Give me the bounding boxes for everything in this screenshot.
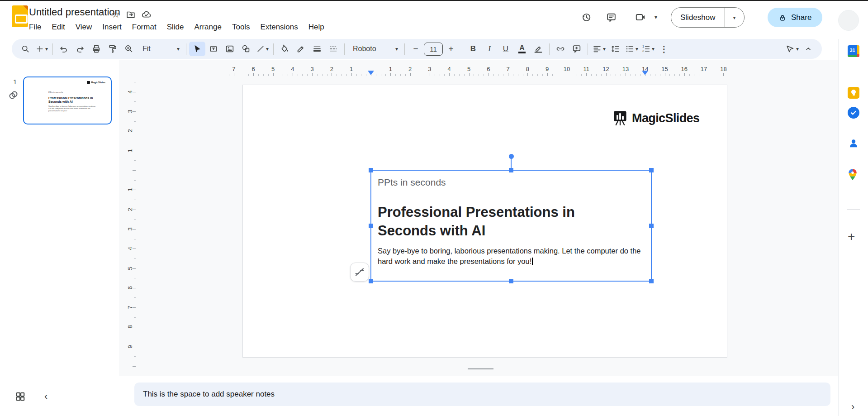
hide-side-panel-chevron[interactable]: ›	[851, 401, 854, 413]
selected-text-box[interactable]: PPts in seconds Professional Presentatio…	[370, 170, 652, 282]
slideshow-split-button: Slideshow ▾	[671, 7, 745, 28]
text-box-tool[interactable]	[205, 42, 222, 56]
border-weight-tool[interactable]	[309, 42, 325, 56]
bold-button[interactable]: B	[465, 42, 481, 56]
text-cursor	[532, 258, 533, 265]
more-options-button[interactable]: ⋮	[656, 42, 672, 56]
account-avatar[interactable]	[838, 10, 859, 31]
google-contacts-icon[interactable]	[848, 138, 859, 149]
slide-thumbnail[interactable]: MagicSlides PPts in seconds Professional…	[23, 77, 112, 124]
insert-link-button[interactable]	[552, 42, 569, 56]
camera-dropdown-caret[interactable]: ▾	[650, 9, 661, 25]
google-maps-icon[interactable]	[848, 168, 859, 180]
numbered-list-button[interactable]: 12 ▾	[640, 42, 656, 56]
slide-heading-text[interactable]: Professional Presentations in Seconds wi…	[378, 203, 622, 240]
grid-view-icon[interactable]	[14, 390, 27, 403]
slide-filmstrip: 1 MagicSlides PPts in seconds Profession…	[0, 60, 119, 376]
pen-tools-button[interactable]: ▾	[784, 42, 800, 56]
italic-button[interactable]: I	[481, 42, 498, 56]
right-indent-marker[interactable]	[642, 71, 648, 75]
left-indent-marker[interactable]	[368, 71, 374, 75]
share-button[interactable]: Share	[768, 8, 822, 27]
zoom-select[interactable]: Fit ▾	[137, 42, 183, 56]
comments-icon[interactable]	[603, 9, 619, 25]
svg-text:2: 2	[642, 49, 644, 53]
insert-image-tool[interactable]	[222, 42, 238, 56]
new-slide-button[interactable]: ▾	[33, 42, 50, 56]
side-panel-rail: 31 + ›	[838, 39, 868, 416]
insert-shape-tool[interactable]	[238, 42, 254, 56]
slideshow-button[interactable]: Slideshow	[671, 8, 725, 27]
cloud-saved-icon[interactable]	[141, 9, 152, 19]
font-size-input[interactable]: 11	[424, 42, 443, 56]
slide-body-text[interactable]: Say bye-bye to boring, laborious present…	[378, 246, 645, 267]
slides-logo[interactable]	[12, 5, 28, 27]
text-color-button[interactable]: A	[514, 42, 530, 56]
menu-insert[interactable]: Insert	[102, 23, 122, 32]
line-spacing-button[interactable]	[607, 42, 623, 56]
brand-name: MagicSlides	[632, 111, 699, 125]
slide-canvas[interactable]: MagicSlides PPts in seconds Professional…	[242, 85, 727, 358]
menu-view[interactable]: View	[76, 23, 92, 32]
version-history-icon[interactable]	[578, 9, 594, 25]
align-button[interactable]: ▾	[591, 42, 607, 56]
redo-icon[interactable]	[72, 42, 88, 56]
handle-middle-left[interactable]	[369, 224, 373, 228]
slideshow-dropdown[interactable]: ▾	[725, 8, 744, 27]
handle-bottom-right[interactable]	[649, 279, 654, 283]
move-folder-icon[interactable]	[126, 10, 136, 19]
menu-help[interactable]: Help	[308, 23, 324, 32]
vertical-ruler[interactable]: 4321123456789	[125, 77, 137, 371]
share-label: Share	[791, 13, 811, 22]
increase-font-size-button[interactable]: +	[443, 42, 459, 56]
insert-line-tool[interactable]: ▾	[254, 42, 270, 56]
horizontal-ruler[interactable]: 7654321123456789101112131415161718	[228, 66, 730, 77]
highlight-color-button[interactable]	[530, 42, 546, 56]
add-comment-button[interactable]	[569, 42, 585, 56]
underline-button[interactable]: U	[498, 42, 514, 56]
meet-camera-icon[interactable]	[632, 9, 649, 25]
border-color-tool[interactable]	[293, 42, 309, 56]
paint-format-icon[interactable]	[104, 42, 121, 56]
font-family-select[interactable]: Roboto ▾	[347, 42, 402, 56]
menu-file[interactable]: File	[29, 23, 41, 32]
menu-edit[interactable]: Edit	[52, 23, 65, 32]
google-keep-icon[interactable]	[848, 87, 859, 99]
border-dash-tool[interactable]	[325, 42, 342, 56]
notes-resize-handle[interactable]	[468, 368, 493, 369]
handle-bottom-left[interactable]	[369, 279, 373, 283]
canvas-workspace: 7654321123456789101112131415161718 43211…	[119, 60, 838, 376]
print-icon[interactable]	[88, 42, 104, 56]
google-slides-app: Untitled presentation ☆ File Edit View I…	[0, 0, 868, 416]
select-tool[interactable]	[189, 42, 205, 56]
zoom-in-icon[interactable]	[121, 42, 137, 56]
handle-bottom-center[interactable]	[509, 279, 513, 283]
handle-top-right[interactable]	[649, 168, 654, 172]
menus-search-icon[interactable]	[17, 42, 33, 56]
menu-arrange[interactable]: Arrange	[194, 23, 221, 32]
menu-format[interactable]: Format	[132, 23, 157, 32]
get-addons-button[interactable]: +	[848, 231, 855, 243]
rotation-handle[interactable]	[509, 154, 514, 159]
thumbnail-brand-logo: MagicSlides	[87, 81, 105, 84]
bulleted-list-button[interactable]: ▾	[623, 42, 640, 56]
decrease-font-size-button[interactable]: −	[408, 42, 424, 56]
collapse-toolbar-button[interactable]	[800, 42, 816, 56]
handle-top-center[interactable]	[509, 168, 513, 172]
brand-logo[interactable]: MagicSlides	[612, 110, 699, 126]
speaker-notes-input[interactable]: This is the space to add speaker notes	[134, 383, 830, 406]
star-icon[interactable]: ☆	[111, 10, 120, 19]
slide-eyebrow-text[interactable]: PPts in seconds	[378, 177, 645, 188]
fill-color-tool[interactable]	[276, 42, 293, 56]
google-calendar-icon[interactable]: 31	[848, 45, 859, 57]
menu-tools[interactable]: Tools	[232, 23, 250, 32]
handle-middle-right[interactable]	[649, 224, 654, 228]
collapse-filmstrip-chevron[interactable]: ‹	[44, 391, 47, 402]
autofit-indicator-button[interactable]	[350, 263, 369, 282]
menu-extensions[interactable]: Extensions	[261, 23, 298, 32]
undo-icon[interactable]	[56, 42, 72, 56]
document-title[interactable]: Untitled presentation	[29, 6, 120, 18]
google-tasks-icon[interactable]	[848, 107, 859, 119]
menu-slide[interactable]: Slide	[167, 23, 184, 32]
handle-top-left[interactable]	[369, 168, 373, 172]
